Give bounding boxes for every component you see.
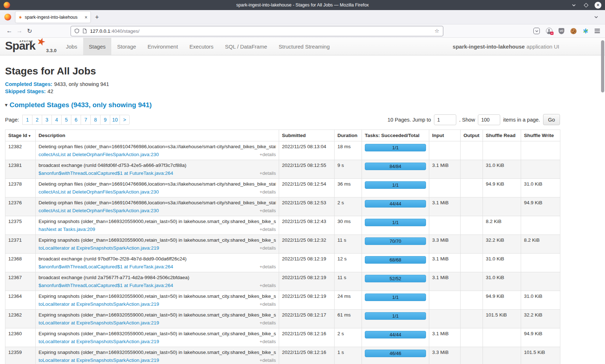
details-toggle[interactable]: +details — [260, 245, 276, 251]
tab-close-icon[interactable]: × — [85, 15, 88, 20]
stage-detail-link[interactable]: hasNext at Tasks.java:209 — [39, 227, 95, 232]
window-close-button[interactable]: × — [595, 2, 601, 9]
column-header[interactable]: Description — [36, 130, 279, 141]
nav-item[interactable]: Executors — [184, 38, 219, 55]
details-toggle[interactable]: +details — [260, 283, 276, 288]
stage-detail-link[interactable]: toLocalIterator at ExpireSnapshotsSparkA… — [39, 339, 159, 344]
stage-detail-link[interactable]: collectAsList at DeleteOrphanFilesSparkA… — [39, 152, 159, 157]
bookmark-star-icon[interactable]: ☆ — [435, 28, 439, 34]
column-header[interactable]: Duration — [335, 130, 362, 141]
stage-detail-link[interactable]: collectAsList at DeleteOrphanFilesSparkA… — [39, 208, 159, 213]
stage-description: broadcast exchange (runId 2a75677f-a771-… — [39, 275, 276, 280]
details-toggle[interactable]: +details — [260, 208, 276, 213]
column-header[interactable]: Tasks: Succeeded/Total — [362, 130, 429, 141]
page-number-button[interactable]: > — [120, 115, 130, 125]
go-button[interactable]: Go — [543, 114, 560, 125]
page-number-button[interactable]: 9 — [100, 115, 110, 125]
window-maximize-button[interactable] — [582, 1, 590, 9]
reload-button[interactable]: ↻ — [24, 27, 35, 35]
cookie-extension-icon[interactable] — [570, 28, 577, 34]
page-number-button[interactable]: 5 — [61, 115, 71, 125]
output-cell — [461, 197, 483, 216]
stage-row: 12360 Expiring snapshots (older_than=166… — [5, 328, 560, 347]
pocket-icon[interactable] — [533, 28, 540, 34]
stage-detail-link[interactable]: toLocalIterator at ExpireSnapshotsSparkA… — [39, 245, 159, 251]
url-host: 127.0.0.1 — [90, 28, 110, 34]
spark-version: 3.3.0 — [46, 48, 57, 53]
stage-id-cell: 12382 — [5, 141, 36, 160]
stage-detail-link[interactable]: $anonfun$withThreadLocalCaptured$1 at Fu… — [39, 283, 173, 288]
column-header[interactable]: Stage Id▾ — [5, 130, 36, 141]
output-cell — [461, 179, 483, 197]
stage-description: broadcast exchange (runId 048fd06f-d753-… — [39, 163, 276, 168]
stage-detail-link[interactable]: $anonfun$withThreadLocalCaptured$1 at Fu… — [39, 264, 173, 269]
nav-item[interactable]: Environment — [142, 38, 184, 55]
window-minimize-button[interactable] — [570, 1, 577, 9]
page-number-button[interactable]: 7 — [81, 115, 91, 125]
stage-row: 12375 Expiring snapshots (older_than=166… — [5, 216, 560, 235]
column-header[interactable]: Shuffle Write — [521, 130, 560, 141]
nav-item[interactable]: SQL / DataFrame — [219, 38, 273, 55]
page-number-button[interactable]: 1 — [22, 115, 32, 125]
page-number-button[interactable]: 8 — [90, 115, 100, 125]
column-header[interactable]: Submitted — [279, 130, 335, 141]
list-tabs-chevron-icon[interactable] — [594, 15, 599, 19]
nav-item[interactable]: Storage — [111, 38, 142, 55]
column-header[interactable]: Output — [461, 130, 483, 141]
account-icon[interactable]: × — [546, 28, 552, 34]
tasks-progress-bar: 52/52 — [365, 275, 426, 282]
duration-cell: 2 s — [335, 197, 362, 216]
nav-item[interactable]: Jobs — [60, 38, 83, 55]
spark-brand[interactable]: APACHE Spark ★ 3.3.0 — [0, 38, 60, 55]
completed-stages-section-header[interactable]: ▾Completed Stages (9433, only showing 94… — [5, 101, 560, 109]
firefox-view-icon[interactable] — [4, 14, 11, 21]
details-toggle[interactable]: +details — [260, 189, 276, 195]
summary-label: Completed Stages: — [5, 81, 52, 87]
nav-item[interactable]: Structured Streaming — [273, 38, 336, 55]
stage-detail-link[interactable]: toLocalIterator at ExpireSnapshotsSparkA… — [39, 320, 159, 326]
details-toggle[interactable]: +details — [260, 339, 276, 344]
page-scrollbar-thumb[interactable] — [601, 40, 604, 92]
url-bar[interactable]: 127.0.0.1:4040/stages/ ☆ — [71, 26, 443, 36]
details-toggle[interactable]: +details — [260, 152, 276, 157]
shuffle-write-cell: 94.9 KiB — [521, 328, 560, 347]
page-number-button[interactable]: 2 — [32, 115, 42, 125]
new-tab-button[interactable]: + — [95, 14, 99, 21]
description-cell: Expiring snapshots (older_than=166932055… — [36, 310, 279, 328]
items-per-page-input[interactable] — [478, 114, 500, 125]
input-cell — [429, 216, 461, 235]
shuffle-write-cell: 94.9 KiB — [521, 197, 560, 216]
details-toggle[interactable]: +details — [260, 227, 276, 232]
ublock-shield-icon[interactable]: uO — [559, 28, 564, 34]
stage-detail-link[interactable]: toLocalIterator at ExpireSnapshotsSparkA… — [39, 358, 159, 363]
shuffle-write-cell: 101.5 KiB — [521, 347, 560, 364]
details-toggle[interactable]: +details — [260, 320, 276, 326]
details-toggle[interactable]: +details — [260, 170, 276, 176]
shuffle-read-cell: 31.0 KiB — [483, 160, 521, 179]
details-toggle[interactable]: +details — [260, 358, 276, 363]
page-number-button[interactable]: 10 — [110, 115, 120, 125]
stage-detail-link[interactable]: collectAsList at DeleteOrphanFilesSparkA… — [39, 189, 159, 195]
details-toggle[interactable]: +details — [260, 301, 276, 307]
stage-description: Deleting orphan files (older_than=166910… — [39, 181, 276, 187]
browser-tab[interactable]: ★ spark-ingest-into-lakehous × — [15, 12, 90, 23]
jump-to-page-input[interactable] — [434, 114, 456, 125]
page-number-button[interactable]: 3 — [42, 115, 52, 125]
extension-asterisk-icon[interactable] — [583, 28, 588, 34]
stage-id-cell: 12375 — [5, 216, 36, 235]
column-header[interactable]: Shuffle Read — [483, 130, 521, 141]
back-button[interactable]: ← — [4, 27, 14, 35]
tasks-cell: 1/1 — [362, 310, 429, 328]
forward-button[interactable]: → — [14, 27, 24, 35]
nav-item[interactable]: Stages — [83, 38, 112, 55]
page-info-icon[interactable] — [82, 28, 87, 33]
details-toggle[interactable]: +details — [260, 264, 276, 269]
page-number-button[interactable]: 4 — [51, 115, 62, 125]
stage-detail-link[interactable]: $anonfun$withThreadLocalCaptured$1 at Fu… — [39, 170, 173, 176]
menu-hamburger-icon[interactable] — [595, 29, 600, 33]
tasks-cell: 68/68 — [362, 254, 429, 272]
stage-detail-link[interactable]: toLocalIterator at ExpireSnapshotsSparkA… — [39, 301, 159, 307]
tasks-progress-bar: 1/1 — [365, 219, 426, 226]
page-number-button[interactable]: 6 — [71, 115, 81, 125]
column-header[interactable]: Input — [429, 130, 461, 141]
